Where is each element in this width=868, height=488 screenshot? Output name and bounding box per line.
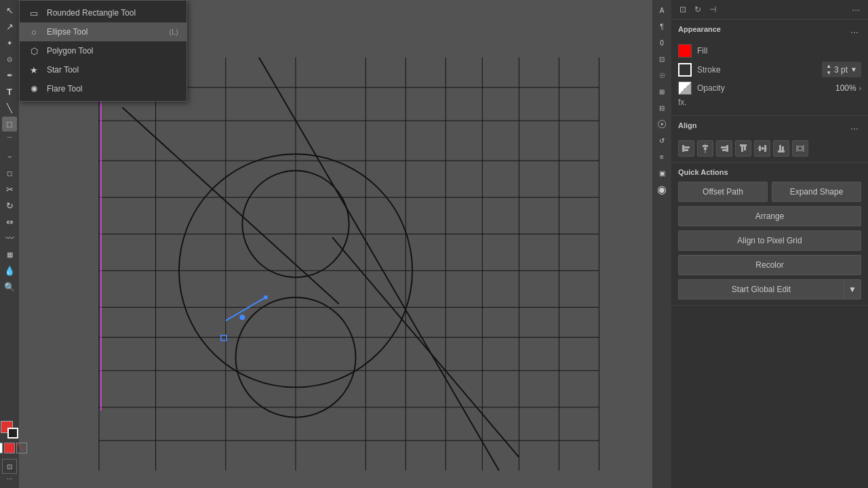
color-swatches[interactable] xyxy=(1,421,18,439)
appearance-header: Appearance ··· xyxy=(678,25,861,39)
svg-rect-42 xyxy=(740,144,747,146)
align-more[interactable]: ··· xyxy=(848,121,861,135)
fill-color-swatch[interactable] xyxy=(678,44,692,58)
recolor-button[interactable]: Recolor xyxy=(678,255,861,275)
tool-eraser[interactable]: ◻ xyxy=(2,165,17,180)
strip-icon-expand[interactable]: ⊞ xyxy=(654,84,669,99)
stroke-swatch[interactable] xyxy=(7,428,18,439)
strip-icon-5[interactable]: ☉ xyxy=(654,68,669,83)
panel-icon-reflect[interactable]: ⊣ xyxy=(707,3,719,16)
tool-arrow[interactable]: ↖ xyxy=(2,3,17,18)
left-toolbar: ↖ ↗ ✦ ⊙ ✒ T ╲ □ ⌒ ⌣ ◻ ✂ ↻ ⇔ 〰 ▦ 💧 🔍 ⊡ ··… xyxy=(0,0,19,488)
tool-warp[interactable]: 〰 xyxy=(2,230,17,245)
white-swatch[interactable] xyxy=(0,443,3,453)
appearance-more[interactable]: ··· xyxy=(848,25,861,39)
star-icon: ★ xyxy=(28,64,40,76)
opacity-row: Opacity 100% › xyxy=(678,81,861,95)
align-btn-distribute[interactable] xyxy=(792,140,808,157)
align-btn-right-edges[interactable] xyxy=(716,140,732,157)
align-title: Align xyxy=(678,121,697,129)
tool-paintbrush[interactable]: ⌒ xyxy=(2,133,17,148)
tool-direct-selection[interactable]: ↗ xyxy=(2,19,17,34)
properties-panel: ⊡ ↻ ⊣ ··· Appearance ··· Fill Stroke xyxy=(671,0,868,488)
strip-icon-donut[interactable]: ◉ xyxy=(654,182,669,197)
ellipse-tool-item[interactable]: ○ Ellipse Tool (L) xyxy=(20,22,186,41)
start-global-edit-button[interactable]: Start Global Edit xyxy=(678,279,844,300)
stroke-dropdown-arrow[interactable]: ▼ xyxy=(850,66,857,73)
strip-icon-2[interactable]: ¶ xyxy=(654,19,669,34)
strip-icon-rect[interactable]: ▣ xyxy=(654,165,669,180)
shape-dropdown-menu: ▭ Rounded Rectangle Tool ○ Ellipse Tool … xyxy=(19,0,187,102)
align-btn-top-edges[interactable] xyxy=(735,140,751,157)
stroke-color-swatch[interactable] xyxy=(678,63,692,77)
arrange-button[interactable]: Arrange xyxy=(678,206,861,226)
expand-shape-button[interactable]: Expand Shape xyxy=(772,182,861,202)
none-swatch[interactable] xyxy=(16,443,27,453)
artboard-tool[interactable]: ⊡ xyxy=(2,459,17,474)
tool-scale[interactable]: ⇔ xyxy=(2,214,17,229)
fill-label: Fill xyxy=(697,46,861,56)
tool-eyedropper[interactable]: 💧 xyxy=(2,263,17,278)
svg-point-32 xyxy=(264,296,268,300)
align-btn-bottom-edges[interactable] xyxy=(773,140,789,157)
tool-magic-wand[interactable]: ✦ xyxy=(2,35,17,50)
tool-type[interactable]: T xyxy=(2,84,17,99)
tool-shape[interactable]: □ xyxy=(2,117,17,131)
strip-icon-4[interactable]: ⊡ xyxy=(654,52,669,66)
strip-icon-circle[interactable]: ☉ xyxy=(654,117,669,131)
tool-lasso[interactable]: ⊙ xyxy=(2,52,17,66)
tool-graph[interactable]: ▦ xyxy=(2,247,17,262)
svg-rect-35 xyxy=(684,149,688,151)
panel-icon-rotate[interactable]: ↻ xyxy=(692,3,704,16)
opacity-percent: 100% xyxy=(835,83,856,93)
stroke-value-control[interactable]: ▲ ▼ 3 pt ▼ xyxy=(822,62,861,77)
stroke-row: Stroke ▲ ▼ 3 pt ▼ xyxy=(678,62,861,77)
svg-rect-51 xyxy=(782,146,784,150)
right-side: A ¶ 0 ⊡ ☉ ⊞ ⊟ ☉ ↺ ≡ ▣ ◉ ⊡ ↻ ⊣ ··· Appear… xyxy=(652,0,868,488)
tool-pen[interactable]: ✒ xyxy=(2,68,17,83)
svg-rect-54 xyxy=(798,146,802,150)
ellipse-icon: ○ xyxy=(28,26,40,38)
align-btn-left-edges[interactable] xyxy=(678,140,694,157)
tool-line[interactable]: ╲ xyxy=(2,100,17,115)
strip-icon-refresh[interactable]: ↺ xyxy=(654,133,669,148)
star-tool-item[interactable]: ★ Star Tool xyxy=(20,60,186,79)
align-section: Align ··· xyxy=(671,116,868,163)
rounded-rectangle-tool[interactable]: ▭ Rounded Rectangle Tool xyxy=(20,3,186,22)
quick-actions-section: Quick Actions Offset Path Expand Shape A… xyxy=(671,163,868,306)
ellipse-label: Ellipse Tool xyxy=(47,27,87,37)
opacity-chevron[interactable]: › xyxy=(859,85,861,92)
strip-icon-lines[interactable]: ≡ xyxy=(654,149,669,164)
stroke-down-arrow[interactable]: ▼ xyxy=(826,70,831,76)
tool-blob[interactable]: ⌣ xyxy=(2,149,17,164)
right-icon-strip: A ¶ 0 ⊡ ☉ ⊞ ⊟ ☉ ↺ ≡ ▣ ◉ xyxy=(652,0,671,488)
red-swatch[interactable] xyxy=(4,443,15,453)
strip-icon-link[interactable]: ⊟ xyxy=(654,100,669,115)
start-global-edit-group: Start Global Edit ▼ xyxy=(678,279,861,300)
start-global-edit-arrow[interactable]: ▼ xyxy=(844,279,861,300)
strip-icon-3[interactable]: 0 xyxy=(654,35,669,50)
fx-label[interactable]: fx. xyxy=(678,95,861,110)
rounded-rect-icon: ▭ xyxy=(28,7,40,19)
strip-icon-1[interactable]: A xyxy=(654,3,669,18)
polygon-tool-item[interactable]: ⬡ Polygon Tool xyxy=(20,41,186,60)
panel-more-options[interactable]: ··· xyxy=(849,3,863,16)
align-btn-center-v[interactable] xyxy=(754,140,770,157)
offset-path-button[interactable]: Offset Path xyxy=(678,182,768,202)
panel-icon-zoom[interactable]: ⊡ xyxy=(677,3,689,16)
flare-tool-item[interactable]: ✺ Flare Tool xyxy=(20,79,186,98)
align-pixel-grid-button[interactable]: Align to Pixel Grid xyxy=(678,230,861,251)
stroke-label: Stroke xyxy=(697,65,816,75)
tool-zoom[interactable]: 🔍 xyxy=(2,279,17,294)
svg-rect-44 xyxy=(744,146,746,150)
flare-label: Flare Tool xyxy=(47,84,82,94)
tool-rotate[interactable]: ↻ xyxy=(2,198,17,213)
flare-icon: ✺ xyxy=(28,83,40,95)
stroke-up-arrow[interactable]: ▲ xyxy=(826,63,831,69)
star-label: Star Tool xyxy=(47,65,79,75)
more-tools[interactable]: ··· xyxy=(7,475,12,483)
svg-rect-43 xyxy=(741,146,743,152)
opacity-value-control[interactable]: 100% › xyxy=(835,83,861,93)
tool-scissors[interactable]: ✂ xyxy=(2,182,17,197)
align-btn-center-h[interactable] xyxy=(697,140,713,157)
